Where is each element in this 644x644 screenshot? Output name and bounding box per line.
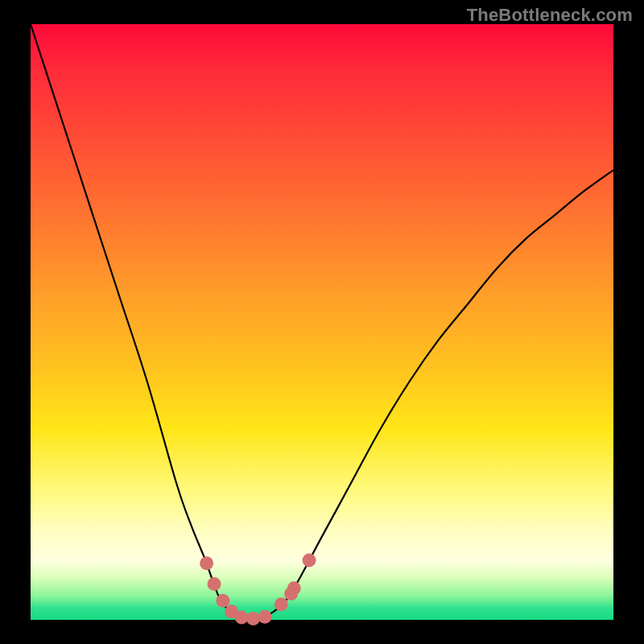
watermark-text: TheBottleneck.com [467, 5, 633, 26]
marker-dot [216, 594, 229, 608]
marker-dot [246, 612, 260, 625]
chart-frame: TheBottleneck.com [0, 0, 644, 644]
marker-dot [200, 556, 213, 570]
marker-dot [208, 577, 221, 591]
marker-dot [303, 554, 316, 568]
marker-dot [235, 611, 249, 625]
plot-area [31, 24, 613, 620]
marker-dot [258, 610, 272, 624]
marker-dot [275, 597, 288, 611]
curve-markers [200, 554, 316, 626]
bottleneck-curve [31, 24, 613, 619]
marker-dot [287, 581, 301, 595]
curve-layer [31, 24, 613, 620]
